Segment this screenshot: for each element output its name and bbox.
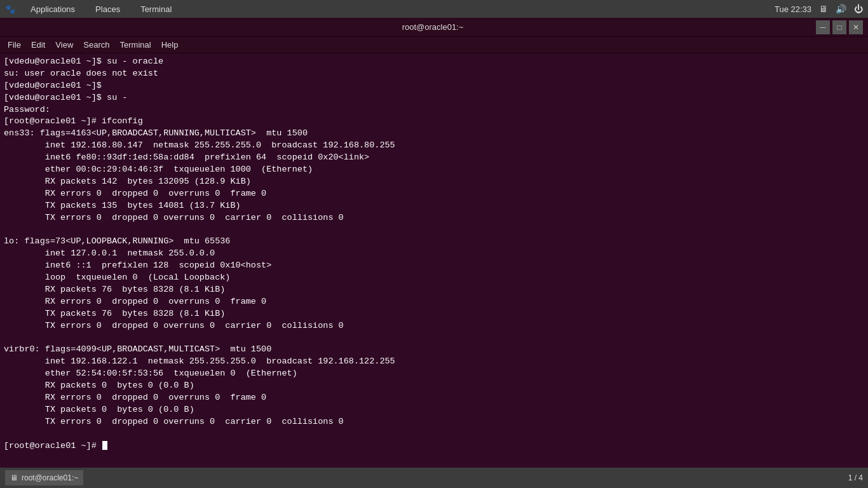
- close-button[interactable]: ✕: [849, 20, 863, 34]
- system-bar: 🐾 Applications Places Terminal Tue 22:33…: [0, 0, 868, 18]
- menu-search[interactable]: Search: [78, 39, 114, 51]
- window-title: root@oracle01:~: [50, 22, 816, 32]
- terminal-output[interactable]: [vdedu@oracle01 ~]$ su - oracle su: user…: [0, 53, 868, 488]
- app-menu-icon: 🐾: [5, 4, 15, 14]
- places-menu[interactable]: Places: [90, 3, 125, 15]
- taskbar: 🖥 root@oracle01:~ 1 / 4: [0, 468, 868, 488]
- menu-view[interactable]: View: [50, 39, 78, 51]
- system-bar-left: 🐾 Applications Places Terminal: [5, 3, 177, 15]
- terminal-window: root@oracle01:~ ─ □ ✕ File Edit View Sea…: [0, 18, 868, 488]
- taskbar-terminal-item[interactable]: 🖥 root@oracle01:~: [5, 470, 83, 485]
- power-icon: ⏻: [854, 4, 863, 14]
- terminal-cursor: [102, 441, 107, 450]
- system-bar-right: Tue 22:33 🖥 🔊 ⏻: [775, 4, 863, 14]
- window-controls: ─ □ ✕: [816, 20, 863, 34]
- menu-edit[interactable]: Edit: [26, 39, 50, 51]
- datetime-label: Tue 22:33: [775, 4, 811, 14]
- maximize-button[interactable]: □: [832, 20, 846, 34]
- volume-icon: 🔊: [836, 4, 846, 14]
- minimize-button[interactable]: ─: [816, 20, 830, 34]
- title-bar: root@oracle01:~ ─ □ ✕: [0, 18, 868, 37]
- taskbar-terminal-label: root@oracle01:~: [22, 473, 78, 482]
- taskbar-page: 1 / 4: [848, 473, 863, 482]
- menu-terminal[interactable]: Terminal: [115, 39, 156, 51]
- network-icon: 🖥: [819, 4, 828, 14]
- menu-file[interactable]: File: [3, 39, 26, 51]
- applications-menu[interactable]: Applications: [25, 3, 80, 15]
- terminal-menu[interactable]: Terminal: [135, 3, 177, 15]
- menu-help[interactable]: Help: [156, 39, 184, 51]
- menu-bar: File Edit View Search Terminal Help: [0, 37, 868, 53]
- taskbar-terminal-icon: 🖥: [10, 473, 18, 482]
